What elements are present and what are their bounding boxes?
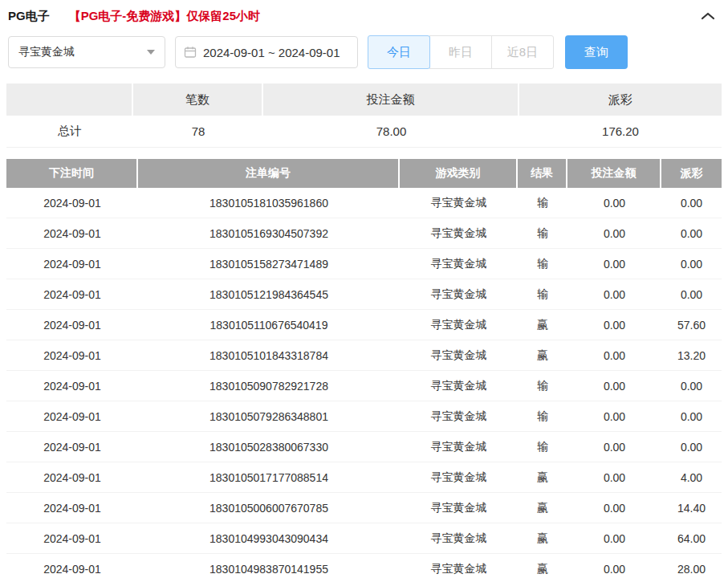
bet-table: 下注时间 注单编号 游戏类别 结果 投注金额 派彩 2024-09-01 183… — [6, 159, 722, 578]
table-row: 2024-09-01 1830105090782921728 寻宝黄金城 输 0… — [6, 371, 722, 401]
cell-bet-time: 2024-09-01 — [6, 371, 138, 401]
col-order-id: 注单编号 — [138, 159, 400, 188]
cell-payout: 64.00 — [661, 523, 722, 554]
cell-bet-amount: 0.00 — [567, 279, 661, 310]
cell-order-id: 1830105006007670785 — [138, 493, 400, 523]
date-range-input[interactable]: 2024-09-01 ~ 2024-09-01 — [175, 36, 358, 68]
cell-result: 赢 — [518, 523, 567, 554]
cell-bet-amount: 0.00 — [567, 249, 661, 279]
summary-total-count: 78 — [133, 116, 263, 148]
summary-header-row: 笔数 投注金额 派彩 — [6, 83, 722, 116]
quick-btn-yesterday[interactable]: 昨日 — [429, 35, 492, 69]
table-row: 2024-09-01 1830105169304507392 寻宝黄金城 输 0… — [6, 218, 722, 249]
cell-bet-amount: 0.00 — [567, 554, 661, 578]
cell-bet-amount: 0.00 — [567, 401, 661, 432]
pg-records-panel: PG电子 【PG电子-免费游戏】仅保留25小时 寻宝黄金城 2024-09-01… — [0, 0, 728, 578]
cell-game-type: 寻宝黄金城 — [400, 188, 518, 218]
cell-order-id: 1830105181035961860 — [138, 188, 400, 218]
table-row: 2024-09-01 1830105006007670785 寻宝黄金城 赢 0… — [6, 493, 722, 523]
summary-total-label: 总计 — [6, 116, 133, 148]
cell-bet-time: 2024-09-01 — [6, 554, 138, 578]
chevron-down-icon — [147, 50, 155, 55]
cell-result: 输 — [518, 249, 567, 279]
cell-payout: 13.20 — [661, 340, 722, 371]
cell-result: 输 — [518, 279, 567, 310]
summary-col-blank — [6, 83, 133, 116]
col-game-type: 游戏类别 — [400, 159, 518, 188]
panel-title: PG电子 — [8, 9, 50, 24]
table-row: 2024-09-01 1830105079286348801 寻宝黄金城 输 0… — [6, 401, 722, 432]
cell-bet-time: 2024-09-01 — [6, 432, 138, 462]
cell-payout: 28.00 — [661, 554, 722, 578]
cell-order-id: 1830105110676540419 — [138, 310, 400, 340]
cell-game-type: 寻宝黄金城 — [400, 523, 518, 554]
cell-game-type: 寻宝黄金城 — [400, 279, 518, 310]
cell-bet-time: 2024-09-01 — [6, 493, 138, 523]
cell-result: 输 — [518, 432, 567, 462]
panel-notice: 【PG电子-免费游戏】仅保留25小时 — [69, 9, 260, 24]
cell-bet-amount: 0.00 — [567, 188, 661, 218]
cell-bet-time: 2024-09-01 — [6, 462, 138, 493]
cell-game-type: 寻宝黄金城 — [400, 493, 518, 523]
table-row: 2024-09-01 1830105110676540419 寻宝黄金城 赢 0… — [6, 310, 722, 340]
summary-table: 笔数 投注金额 派彩 总计 78 78.00 176.20 — [6, 83, 722, 148]
col-bet-time: 下注时间 — [6, 159, 138, 188]
cell-result: 输 — [518, 188, 567, 218]
cell-order-id: 1830104983870141955 — [138, 554, 400, 578]
table-row: 2024-09-01 1830105017177088514 寻宝黄金城 赢 0… — [6, 462, 722, 493]
summary-total-bet-amount: 78.00 — [263, 116, 519, 148]
cell-bet-amount: 0.00 — [567, 310, 661, 340]
cell-order-id: 1830105101843318784 — [138, 340, 400, 371]
panel-header: PG电子 【PG电子-免费游戏】仅保留25小时 — [0, 0, 728, 31]
cell-payout: 57.60 — [661, 310, 722, 340]
cell-result: 输 — [518, 218, 567, 249]
calendar-icon — [184, 46, 197, 59]
cell-game-type: 寻宝黄金城 — [400, 310, 518, 340]
cell-order-id: 1830105169304507392 — [138, 218, 400, 249]
table-row: 2024-09-01 1830105158273471489 寻宝黄金城 输 0… — [6, 249, 722, 279]
cell-result: 赢 — [518, 310, 567, 340]
cell-bet-time: 2024-09-01 — [6, 218, 138, 249]
cell-game-type: 寻宝黄金城 — [400, 432, 518, 462]
cell-order-id: 1830104993043090434 — [138, 523, 400, 554]
cell-game-type: 寻宝黄金城 — [400, 340, 518, 371]
cell-bet-time: 2024-09-01 — [6, 340, 138, 371]
collapse-button[interactable] — [701, 11, 715, 21]
table-row: 2024-09-01 1830104993043090434 寻宝黄金城 赢 0… — [6, 523, 722, 554]
cell-payout: 0.00 — [661, 218, 722, 249]
cell-game-type: 寻宝黄金城 — [400, 371, 518, 401]
cell-payout: 0.00 — [661, 432, 722, 462]
cell-payout: 0.00 — [661, 188, 722, 218]
cell-result: 赢 — [518, 554, 567, 578]
quick-btn-last8days[interactable]: 近8日 — [491, 35, 554, 69]
cell-game-type: 寻宝黄金城 — [400, 462, 518, 493]
cell-bet-amount: 0.00 — [567, 371, 661, 401]
col-bet-amount: 投注金额 — [567, 159, 661, 188]
game-select[interactable]: 寻宝黄金城 — [8, 36, 165, 68]
cell-payout: 0.00 — [661, 249, 722, 279]
chevron-up-icon — [701, 11, 715, 21]
cell-bet-time: 2024-09-01 — [6, 188, 138, 218]
summary-col-payout: 派彩 — [519, 83, 722, 116]
cell-bet-time: 2024-09-01 — [6, 249, 138, 279]
col-payout: 派彩 — [661, 159, 722, 188]
search-button[interactable]: 查询 — [565, 35, 628, 69]
cell-bet-time: 2024-09-01 — [6, 310, 138, 340]
quick-btn-today[interactable]: 今日 — [368, 35, 430, 69]
cell-payout: 14.40 — [661, 493, 722, 523]
filter-bar: 寻宝黄金城 2024-09-01 ~ 2024-09-01 今日 昨日 近8日 … — [0, 31, 728, 69]
cell-order-id: 1830105079286348801 — [138, 401, 400, 432]
table-row: 2024-09-01 1830105028380067330 寻宝黄金城 输 0… — [6, 432, 722, 462]
cell-bet-amount: 0.00 — [567, 493, 661, 523]
table-row: 2024-09-01 1830105181035961860 寻宝黄金城 输 0… — [6, 188, 722, 218]
bet-table-body: 2024-09-01 1830105181035961860 寻宝黄金城 输 0… — [6, 188, 722, 578]
cell-result: 赢 — [518, 340, 567, 371]
table-row: 2024-09-01 1830104983870141955 寻宝黄金城 赢 0… — [6, 554, 722, 578]
cell-game-type: 寻宝黄金城 — [400, 249, 518, 279]
cell-payout: 0.00 — [661, 401, 722, 432]
cell-game-type: 寻宝黄金城 — [400, 218, 518, 249]
cell-result: 赢 — [518, 462, 567, 493]
summary-total-row: 总计 78 78.00 176.20 — [6, 116, 722, 148]
table-row: 2024-09-01 1830105101843318784 寻宝黄金城 赢 0… — [6, 340, 722, 371]
cell-bet-time: 2024-09-01 — [6, 279, 138, 310]
